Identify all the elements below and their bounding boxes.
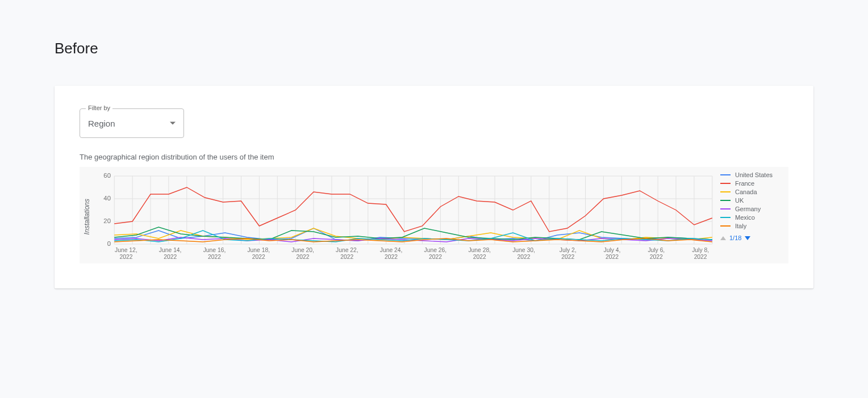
legend-prev-icon[interactable] — [720, 236, 726, 240]
svg-text:June 16,: June 16, — [203, 247, 226, 253]
svg-text:20: 20 — [103, 217, 111, 224]
legend-page-indicator: 1/18 — [729, 234, 741, 241]
legend-label: Germany — [735, 206, 761, 212]
svg-text:2022: 2022 — [473, 254, 486, 260]
legend-item[interactable]: United States — [720, 171, 783, 178]
svg-text:June 24,: June 24, — [380, 247, 403, 253]
legend-pager: 1/18 — [720, 234, 783, 241]
legend-swatch — [720, 183, 731, 184]
svg-text:40: 40 — [103, 195, 111, 202]
legend-item[interactable]: Germany — [720, 206, 783, 212]
legend-item[interactable]: Canada — [720, 188, 783, 195]
svg-text:2022: 2022 — [340, 254, 353, 260]
svg-text:June 14,: June 14, — [159, 247, 182, 253]
page-title: Before — [55, 40, 813, 57]
svg-text:2022: 2022 — [208, 254, 221, 260]
svg-text:2022: 2022 — [119, 254, 132, 260]
svg-text:2022: 2022 — [606, 254, 619, 260]
legend-label: France — [735, 180, 754, 187]
chart-legend: United StatesFranceCanadaUKGermanyMexico… — [716, 171, 783, 262]
y-axis-label: Installations — [83, 199, 91, 234]
svg-text:June 28,: June 28, — [468, 247, 491, 253]
chart-description: The geographical region distribution of … — [80, 153, 788, 161]
filter-label: Filter by — [86, 104, 112, 111]
filter-by-select[interactable]: Filter by Region — [80, 108, 184, 138]
svg-text:2022: 2022 — [297, 254, 310, 260]
legend-next-icon[interactable] — [745, 236, 750, 240]
legend-swatch — [720, 217, 731, 218]
svg-text:July 2,: July 2, — [560, 247, 577, 253]
svg-text:June 20,: June 20, — [291, 247, 314, 253]
legend-label: United States — [735, 171, 773, 178]
legend-label: Canada — [735, 188, 757, 195]
svg-text:2022: 2022 — [252, 254, 265, 260]
svg-text:2022: 2022 — [694, 254, 707, 260]
legend-item[interactable]: UK — [720, 197, 783, 204]
legend-item[interactable]: Italy — [720, 223, 783, 229]
svg-text:June 22,: June 22, — [336, 247, 358, 253]
svg-text:0: 0 — [107, 240, 111, 247]
svg-text:2022: 2022 — [164, 254, 177, 260]
filter-value: Region — [88, 119, 115, 128]
svg-text:2022: 2022 — [429, 254, 442, 260]
legend-swatch — [720, 225, 731, 227]
legend-swatch — [720, 174, 731, 175]
svg-text:60: 60 — [103, 172, 111, 179]
chart-container: Installations 0204060June 12,2022June 14… — [80, 167, 788, 263]
svg-text:July 6,: July 6, — [648, 247, 665, 253]
svg-text:2022: 2022 — [517, 254, 530, 260]
svg-text:2022: 2022 — [561, 254, 574, 260]
legend-label: Mexico — [735, 214, 755, 221]
legend-item[interactable]: France — [720, 180, 783, 187]
svg-text:June 18,: June 18, — [247, 247, 270, 253]
svg-text:July 4,: July 4, — [604, 247, 621, 253]
legend-label: UK — [735, 197, 744, 204]
chevron-down-icon — [170, 122, 176, 125]
legend-label: Italy — [735, 223, 746, 229]
legend-item[interactable]: Mexico — [720, 214, 783, 221]
svg-text:June 30,: June 30, — [512, 247, 535, 253]
svg-text:2022: 2022 — [385, 254, 398, 260]
chart-card: Filter by Region The geographical region… — [55, 86, 813, 288]
line-chart: 0204060June 12,2022June 14,2022June 16,2… — [93, 171, 716, 262]
legend-swatch — [720, 208, 731, 210]
svg-text:June 12,: June 12, — [115, 247, 137, 253]
legend-swatch — [720, 191, 731, 192]
svg-text:June 26,: June 26, — [424, 247, 447, 253]
svg-text:July 8,: July 8, — [692, 247, 709, 253]
svg-text:2022: 2022 — [650, 254, 663, 260]
legend-swatch — [720, 200, 731, 201]
